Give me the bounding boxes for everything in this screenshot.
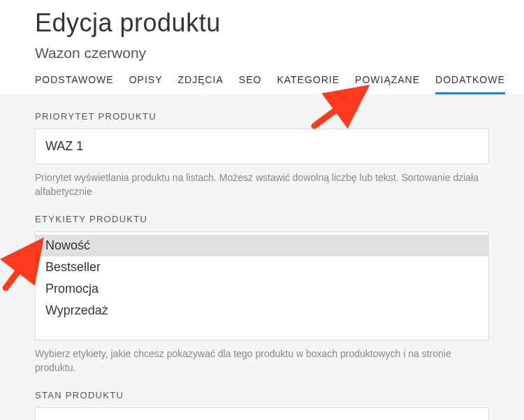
tab-dodatkowe[interactable]: DODATKOWE — [435, 74, 505, 94]
tab-kategorie[interactable]: KATEGORIE — [277, 74, 340, 94]
priority-label: PRIORYTET PRODUKTU — [35, 111, 489, 122]
tabs-bar: PODSTAWOWE OPISY ZDJĘCIA SEO KATEGORIE P… — [35, 74, 489, 94]
tab-opisy[interactable]: OPISY — [129, 74, 163, 94]
etykiety-help: Wybierz etykiety, jakie chcesz pokazywać… — [35, 347, 489, 375]
list-item[interactable]: Nowość — [36, 235, 488, 256]
list-item[interactable]: Bestseller — [36, 256, 488, 278]
tab-podstawowe[interactable]: PODSTAWOWE — [35, 74, 114, 94]
tab-powiazane[interactable]: POWIĄZANE — [355, 74, 420, 94]
product-name-subtitle: Wazon czerwony — [35, 45, 489, 61]
tab-seo[interactable]: SEO — [239, 74, 262, 94]
priority-input[interactable] — [35, 129, 489, 164]
page-title: Edycja produktu — [35, 8, 489, 38]
tab-zdjecia[interactable]: ZDJĘCIA — [177, 74, 223, 94]
etykiety-listbox[interactable]: Nowość Bestseller Promocja Wyprzedaż — [35, 231, 489, 340]
stan-input[interactable] — [35, 407, 489, 420]
etykiety-label: ETYKIETY PRODUKTU — [35, 214, 489, 224]
priority-help: Priorytet wyświetlania produktu na lista… — [35, 171, 489, 198]
stan-label: STAN PRODUKTU — [35, 390, 489, 400]
list-item[interactable]: Promocja — [36, 278, 488, 300]
list-item[interactable]: Wyprzedaż — [36, 300, 488, 321]
